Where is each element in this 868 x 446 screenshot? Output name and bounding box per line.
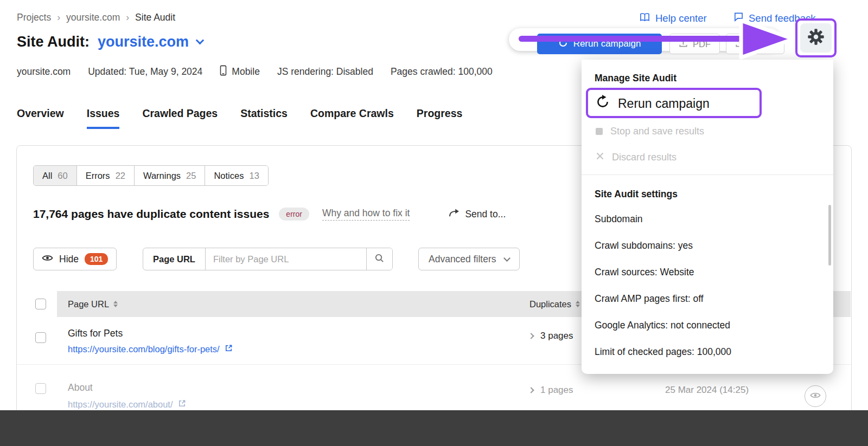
settings-gear-button[interactable]	[800, 23, 832, 53]
menu-discard-label: Discard results	[612, 152, 676, 163]
tab-issues[interactable]: Issues	[87, 107, 120, 129]
discard-x-icon	[596, 152, 604, 163]
segment-notices-label: Notices	[214, 171, 244, 181]
site-audit-settings-menu: Manage Site Audit Rerun campaign Stop an…	[582, 60, 833, 374]
duplicates-count: 1 pages	[540, 385, 573, 396]
segment-warnings-label: Warnings	[143, 171, 181, 181]
chevron-right-icon	[528, 387, 534, 393]
annotation-arrowhead	[736, 16, 801, 64]
page-title-prefix: Site Audit:	[17, 34, 90, 50]
menu-item-crawl-sources[interactable]: Crawl sources: Website	[595, 267, 694, 278]
panel-scrollbar-thumb[interactable]	[828, 205, 831, 266]
menu-item-discard-results[interactable]: Discard results	[596, 152, 676, 163]
chevron-right-icon	[528, 333, 534, 339]
meta-domain: yoursite.com	[17, 66, 71, 77]
eye-icon	[810, 391, 821, 402]
menu-item-crawl-subdomains[interactable]: Crawl subdomains: yes	[595, 240, 693, 251]
duplicates-cell[interactable]: 3 pages	[529, 331, 573, 341]
campaign-meta-row: yoursite.com Updated: Tue, May 9, 2024 M…	[17, 65, 493, 79]
menu-rerun-label: Rerun campaign	[618, 96, 710, 111]
duplicates-cell[interactable]: 1 pages	[529, 385, 573, 396]
segment-notices[interactable]: Notices 13	[205, 166, 267, 185]
meta-updated: Updated: Tue, May 9, 2024	[88, 66, 202, 77]
segment-errors-count: 22	[116, 171, 125, 181]
advanced-filters-button[interactable]: Advanced filters	[418, 248, 520, 270]
breadcrumb-separator-icon: ›	[126, 12, 129, 23]
campaign-selector[interactable]: yoursite.com	[98, 34, 203, 50]
last-update-cell: 25 Mar 2024 (14:25)	[665, 385, 749, 396]
settings-section-title: Site Audit settings	[595, 189, 678, 200]
segment-warnings-count: 25	[186, 171, 196, 181]
page-title-cell: Gifts for Pets	[68, 328, 123, 339]
page-url-link[interactable]: https://yoursite.com/about/	[68, 399, 186, 410]
annotation-gear-highlight-box	[795, 18, 837, 57]
breadcrumb-separator-icon: ›	[57, 12, 60, 23]
row-checkbox[interactable]	[35, 332, 46, 343]
breadcrumb-projects[interactable]: Projects	[17, 12, 51, 23]
segment-all[interactable]: All 60	[34, 166, 76, 185]
help-center-label: Help center	[655, 12, 707, 24]
breadcrumb-site-audit: Site Audit	[135, 12, 175, 23]
menu-divider	[582, 174, 833, 175]
meta-device: Mobile	[220, 65, 260, 79]
menu-item-google-analytics[interactable]: Google Analytics: not connected	[595, 320, 730, 331]
page-url-filter-input[interactable]	[206, 248, 366, 270]
bottom-dark-overlay	[0, 410, 868, 446]
row-checkbox[interactable]	[35, 383, 46, 394]
menu-stop-label: Stop and save results	[610, 126, 704, 137]
stop-square-icon	[596, 128, 603, 135]
send-to-label: Send to...	[465, 209, 506, 220]
page-url-text: https://yoursite.com/blog/gifts-for-pets…	[68, 344, 220, 354]
duplicates-count: 3 pages	[540, 331, 573, 341]
segment-all-label: All	[42, 171, 52, 181]
eye-icon	[42, 254, 53, 265]
hide-button[interactable]: Hide 101	[33, 248, 117, 270]
column-header-duplicates[interactable]: Duplicates	[529, 291, 580, 317]
search-button[interactable]	[366, 248, 392, 270]
tab-compare-crawls[interactable]: Compare Crawls	[310, 107, 394, 129]
hide-row-button[interactable]	[805, 385, 826, 407]
hide-label: Hide	[59, 254, 79, 265]
mobile-phone-icon	[220, 65, 227, 79]
menu-item-rerun-campaign[interactable]: Rerun campaign	[596, 91, 710, 116]
segment-errors-label: Errors	[86, 171, 110, 181]
tab-crawled-pages[interactable]: Crawled Pages	[142, 107, 218, 129]
tab-statistics[interactable]: Statistics	[240, 107, 288, 129]
issue-headline: 17,764 pages have duplicate content issu…	[33, 208, 269, 221]
site-audit-page: Projects › yoursite.com › Site Audit Hel…	[0, 0, 868, 446]
segment-notices-count: 13	[249, 171, 259, 181]
gear-icon	[807, 28, 825, 48]
page-url-text: https://yoursite.com/about/	[68, 399, 173, 410]
menu-item-limit-pages[interactable]: Limit of checked pages: 100,000	[595, 346, 731, 358]
segment-warnings[interactable]: Warnings 25	[134, 166, 205, 185]
segment-all-count: 60	[58, 171, 67, 181]
menu-item-crawl-amp[interactable]: Crawl AMP pages first: off	[595, 293, 704, 305]
tab-progress[interactable]: Progress	[417, 107, 463, 129]
error-severity-badge: error	[279, 208, 309, 221]
menu-item-stop-and-save[interactable]: Stop and save results	[596, 126, 704, 137]
menu-item-subdomain[interactable]: Subdomain	[595, 214, 643, 225]
severity-filter-segments: All 60 Errors 22 Warnings 25 Notices 13	[33, 165, 269, 186]
help-center-link[interactable]: Help center	[639, 12, 707, 25]
page-url-link[interactable]: https://yoursite.com/blog/gifts-for-pets…	[68, 344, 233, 354]
tab-overview[interactable]: Overview	[17, 107, 64, 129]
column-header-page-url[interactable]: Page URL	[68, 291, 118, 317]
page-title-cell: About	[68, 382, 93, 393]
column-page-url-label: Page URL	[68, 299, 109, 309]
share-arrow-icon	[449, 209, 459, 220]
page-url-filter-group: Page URL	[143, 248, 393, 270]
send-to-button[interactable]: Send to...	[449, 209, 506, 220]
hidden-count-badge: 101	[85, 253, 108, 265]
select-all-checkbox[interactable]	[35, 299, 46, 309]
page-title: Site Audit: yoursite.com	[17, 34, 203, 50]
chevron-down-icon	[196, 36, 205, 44]
breadcrumb-domain[interactable]: yoursite.com	[66, 12, 120, 23]
why-and-how-to-fix-link[interactable]: Why and how to fix it	[322, 208, 410, 221]
sort-icon	[113, 301, 118, 307]
column-duplicates-label: Duplicates	[529, 299, 571, 309]
meta-js-rendering: JS rendering: Disabled	[277, 66, 373, 77]
annotation-arrow-line	[519, 36, 749, 42]
segment-errors[interactable]: Errors 22	[76, 166, 134, 185]
external-link-icon	[225, 344, 233, 354]
site-audit-tabs: Overview Issues Crawled Pages Statistics…	[17, 107, 462, 129]
